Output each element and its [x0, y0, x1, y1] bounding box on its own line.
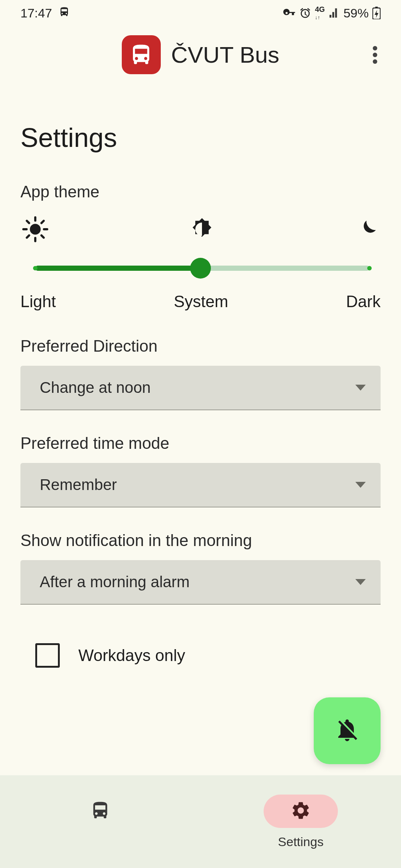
theme-slider[interactable]	[20, 259, 381, 277]
app-title: ČVUT Bus	[171, 42, 280, 68]
chevron-down-icon	[355, 482, 366, 488]
moon-icon	[356, 218, 379, 242]
app-bar: ČVUT Bus	[0, 26, 401, 93]
slider-thumb[interactable]	[190, 258, 211, 279]
bottom-nav: . Settings	[0, 775, 401, 868]
svg-point-3	[373, 53, 377, 57]
more-menu-button[interactable]	[364, 44, 386, 66]
timemode-dropdown[interactable]: Remember	[20, 463, 381, 507]
alarm-icon	[299, 7, 311, 19]
theme-label-light: Light	[20, 292, 56, 311]
workdays-label: Workdays only	[78, 646, 185, 665]
timemode-label: Preferred time mode	[20, 434, 381, 453]
theme-icons-row	[20, 216, 381, 244]
vpn-key-icon	[283, 7, 296, 19]
checkbox-unchecked-icon[interactable]	[35, 643, 60, 668]
status-bar: 17:47 4G↓↑ 59%	[0, 0, 401, 26]
nav-icon-bus-wrap	[63, 795, 137, 828]
mute-notifications-fab[interactable]	[314, 697, 381, 764]
nav-item-settings[interactable]: Settings	[200, 775, 401, 868]
status-time: 17:47	[20, 6, 52, 20]
bus-indicator-icon	[59, 6, 70, 20]
svg-line-9	[42, 236, 44, 238]
battery-charging-icon	[372, 7, 381, 19]
app-logo-icon	[122, 35, 161, 74]
svg-point-5	[30, 224, 40, 234]
theme-section-label: App theme	[20, 183, 381, 201]
direction-dropdown[interactable]: Change at noon	[20, 366, 381, 410]
gear-icon	[290, 800, 311, 822]
workdays-checkbox-row[interactable]: Workdays only	[20, 628, 381, 683]
nav-label-settings: Settings	[278, 835, 324, 849]
status-right: 4G↓↑ 59%	[283, 6, 381, 20]
svg-line-13	[42, 221, 44, 223]
notification-value: After a morning alarm	[40, 573, 190, 591]
chevron-down-icon	[355, 579, 366, 585]
battery-percent: 59%	[343, 6, 369, 20]
svg-point-2	[373, 46, 377, 50]
svg-point-4	[373, 59, 377, 64]
brightness-auto-icon	[189, 216, 215, 244]
chevron-down-icon	[355, 385, 366, 391]
notification-dropdown[interactable]: After a morning alarm	[20, 560, 381, 605]
direction-value: Change at noon	[40, 379, 151, 397]
theme-label-dark: Dark	[346, 292, 381, 311]
svg-line-8	[27, 221, 29, 223]
notification-label: Show notification in the morning	[20, 531, 381, 550]
svg-rect-1	[375, 7, 378, 8]
page-title: Settings	[20, 122, 381, 153]
app-bar-center: ČVUT Bus	[37, 35, 364, 74]
svg-line-12	[27, 236, 29, 238]
theme-label-system: System	[174, 292, 228, 311]
direction-label: Preferred Direction	[20, 337, 381, 355]
signal-icon	[329, 7, 340, 19]
nav-item-bus[interactable]: .	[0, 775, 200, 868]
sun-icon	[22, 216, 48, 244]
bus-icon	[90, 800, 111, 822]
theme-labels: Light System Dark	[20, 292, 381, 311]
status-left: 17:47	[20, 6, 70, 20]
notifications-off-icon	[334, 717, 361, 745]
timemode-value: Remember	[40, 476, 117, 494]
network-4g-icon: 4G↓↑	[315, 6, 325, 20]
nav-icon-settings-wrap	[264, 795, 338, 828]
settings-content: Settings App theme Light System Dark Pre…	[0, 122, 401, 683]
